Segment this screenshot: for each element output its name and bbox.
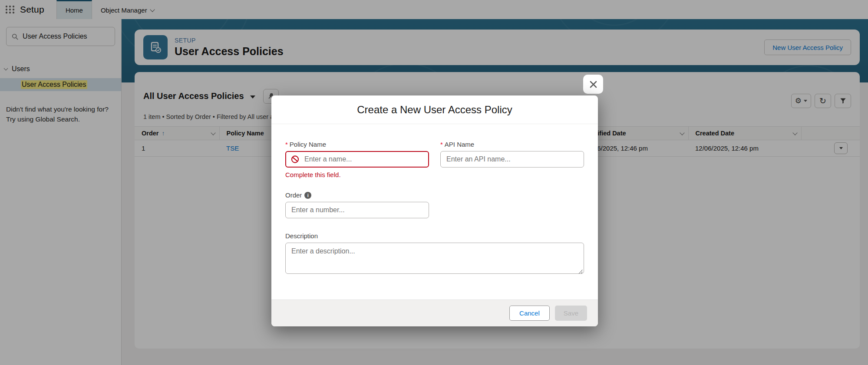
api-name-label: * API Name <box>440 141 584 148</box>
close-icon <box>589 80 598 89</box>
api-name-input[interactable] <box>440 151 584 168</box>
error-no-entry-icon <box>291 155 299 164</box>
description-field-group: Description <box>285 232 584 276</box>
description-textarea[interactable] <box>285 243 584 274</box>
create-policy-modal: Create a New User Access Policy * Policy… <box>271 95 598 326</box>
api-name-label-text: API Name <box>445 141 474 148</box>
description-label-text: Description <box>285 232 318 240</box>
policy-name-label: * Policy Name <box>285 141 429 148</box>
modal-footer: Cancel Save <box>271 299 598 326</box>
policy-name-input[interactable] <box>285 151 429 168</box>
order-input[interactable] <box>285 202 429 218</box>
required-asterisk: * <box>285 141 288 148</box>
modal-body: * Policy Name Complete this field. * API… <box>271 124 598 299</box>
save-button[interactable]: Save <box>555 306 587 321</box>
required-asterisk: * <box>440 141 443 148</box>
order-label-text: Order <box>285 191 302 199</box>
policy-name-field-group: * Policy Name Complete this field. <box>285 141 429 178</box>
api-name-field-group: * API Name <box>440 141 584 178</box>
modal-header: Create a New User Access Policy <box>271 95 598 124</box>
policy-name-label-text: Policy Name <box>290 141 326 148</box>
order-field-group: Order i <box>285 191 429 218</box>
modal-title: Create a New User Access Policy <box>357 104 512 116</box>
modal-close-button[interactable] <box>583 75 603 94</box>
info-icon[interactable]: i <box>304 192 311 199</box>
cancel-button[interactable]: Cancel <box>509 306 550 321</box>
description-label: Description <box>285 232 584 240</box>
order-label: Order i <box>285 191 429 199</box>
policy-name-error: Complete this field. <box>285 171 429 178</box>
